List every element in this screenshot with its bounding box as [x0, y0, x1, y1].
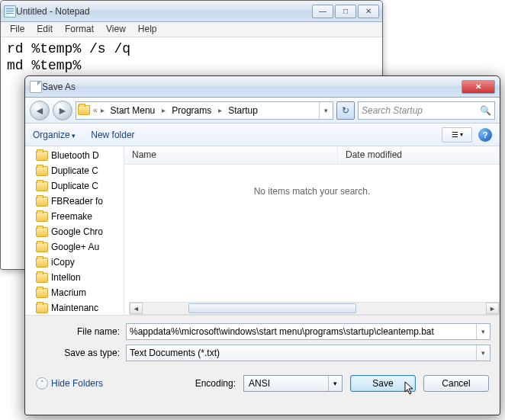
search-input[interactable]: Search Startup 🔍 [358, 101, 495, 120]
chevron-right-icon[interactable]: « [92, 106, 99, 114]
folder-icon [36, 227, 48, 237]
horizontal-scrollbar[interactable]: ◄ ► [129, 302, 500, 315]
scroll-thumb[interactable] [188, 303, 356, 313]
file-list[interactable]: Name Date modified No items match your s… [124, 146, 500, 315]
empty-message: No items match your search. [124, 186, 500, 197]
folder-icon [76, 105, 92, 115]
maximize-button[interactable]: □ [335, 5, 356, 18]
save-button[interactable]: Save [350, 375, 416, 392]
tree-item[interactable]: Google+ Au [36, 239, 124, 255]
folder-icon [36, 166, 48, 176]
scroll-right-icon[interactable]: ► [486, 303, 499, 314]
tree-item[interactable]: Bluetooth D [36, 148, 124, 163]
tree-item[interactable]: iCopy [36, 255, 124, 270]
document-icon [30, 81, 42, 93]
cancel-button[interactable]: Cancel [423, 375, 489, 392]
folder-icon [36, 303, 48, 313]
menu-format[interactable]: Format [59, 22, 100, 37]
view-options-button[interactable]: ☰▾ [442, 127, 472, 143]
notepad-titlebar[interactable]: Untitled - Notepad — □ ✕ [1, 1, 382, 22]
notepad-title: Untitled - Notepad [16, 6, 312, 17]
save-as-dialog: Save As ✕ ◄ ► « ▸ Start Menu ▸ Programs … [24, 75, 500, 415]
chevron-right-icon[interactable]: ▸ [99, 106, 106, 114]
dialog-footer: ˄ Hide Folders Encoding: ANSI ▾ Save Can… [25, 369, 500, 401]
dropdown-icon[interactable]: ▾ [476, 345, 490, 361]
list-header: Name Date modified [124, 146, 500, 165]
folder-tree[interactable]: Bluetooth D Duplicate C Duplicate C FBRe… [25, 146, 124, 315]
minimize-button[interactable]: — [312, 5, 333, 18]
crumb-dropdown-icon[interactable]: ▾ [319, 102, 333, 119]
folder-icon [36, 273, 48, 283]
crumb-startup[interactable]: Startup [224, 102, 263, 119]
crumb-programs[interactable]: Programs [167, 102, 217, 119]
dialog-close-button[interactable]: ✕ [462, 80, 495, 94]
folder-icon [36, 288, 48, 298]
save-type-label: Save as type: [34, 348, 126, 358]
chevron-up-icon: ˄ [36, 377, 48, 390]
form-area: File name: %appdata%\microsoft\windows\s… [25, 316, 500, 369]
menu-edit[interactable]: Edit [31, 22, 59, 37]
folder-icon [36, 181, 48, 191]
folder-icon [36, 197, 48, 207]
dropdown-icon[interactable]: ▾ [476, 324, 490, 339]
tree-item[interactable]: Freemake [36, 209, 124, 224]
nav-back-button[interactable]: ◄ [30, 101, 50, 120]
dropdown-icon[interactable]: ▾ [328, 376, 342, 391]
dialog-titlebar[interactable]: Save As ✕ [25, 76, 500, 98]
tree-item[interactable]: FBReader fo [36, 194, 124, 209]
breadcrumb-bar[interactable]: « ▸ Start Menu ▸ Programs ▸ Startup ▾ [76, 101, 333, 120]
crumb-start-menu[interactable]: Start Menu [106, 102, 161, 119]
tree-item[interactable]: Maintenanc [36, 300, 124, 315]
menu-help[interactable]: Help [132, 22, 163, 37]
hide-folders-button[interactable]: ˄ Hide Folders [36, 377, 103, 390]
column-date[interactable]: Date modified [338, 146, 500, 164]
menu-view[interactable]: View [100, 22, 132, 37]
dialog-title: Save As [42, 82, 462, 92]
search-placeholder: Search Startup [362, 105, 423, 116]
chevron-right-icon: ▸ [217, 106, 224, 114]
encoding-label: Encoding: [195, 378, 236, 389]
tree-item[interactable]: Duplicate C [36, 163, 124, 178]
file-name-input[interactable]: %appdata%\microsoft\windows\start menu\p… [126, 323, 491, 340]
close-button[interactable]: ✕ [358, 5, 379, 18]
folder-icon [36, 151, 48, 161]
tree-item[interactable]: Intellon [36, 270, 124, 285]
notepad-menubar: File Edit Format View Help [1, 22, 382, 37]
save-type-combo[interactable]: Text Documents (*.txt) ▾ [126, 345, 491, 361]
tree-item[interactable]: Macrium [36, 285, 124, 300]
folder-icon [36, 242, 48, 252]
search-icon: 🔍 [480, 105, 491, 116]
notepad-icon [4, 5, 16, 18]
new-folder-button[interactable]: New folder [91, 130, 134, 140]
encoding-combo[interactable]: ANSI ▾ [243, 375, 343, 392]
folder-icon [36, 212, 48, 222]
chevron-right-icon: ▸ [160, 106, 167, 114]
nav-row: ◄ ► « ▸ Start Menu ▸ Programs ▸ Startup … [25, 98, 500, 123]
menu-file[interactable]: File [4, 22, 31, 37]
nav-forward-button[interactable]: ► [53, 101, 72, 120]
toolbar: Organize New folder ☰▾ ? [25, 123, 500, 146]
tree-item[interactable]: Google Chro [36, 224, 124, 239]
column-name[interactable]: Name [124, 146, 338, 164]
folder-icon [36, 258, 48, 268]
organize-button[interactable]: Organize [33, 130, 76, 140]
help-button[interactable]: ? [478, 128, 492, 142]
tree-item[interactable]: Duplicate C [36, 178, 124, 194]
scroll-left-icon[interactable]: ◄ [130, 303, 143, 314]
refresh-button[interactable]: ↻ [336, 101, 355, 120]
file-name-label: File name: [34, 326, 126, 337]
body-area: Bluetooth D Duplicate C Duplicate C FBRe… [25, 146, 500, 316]
